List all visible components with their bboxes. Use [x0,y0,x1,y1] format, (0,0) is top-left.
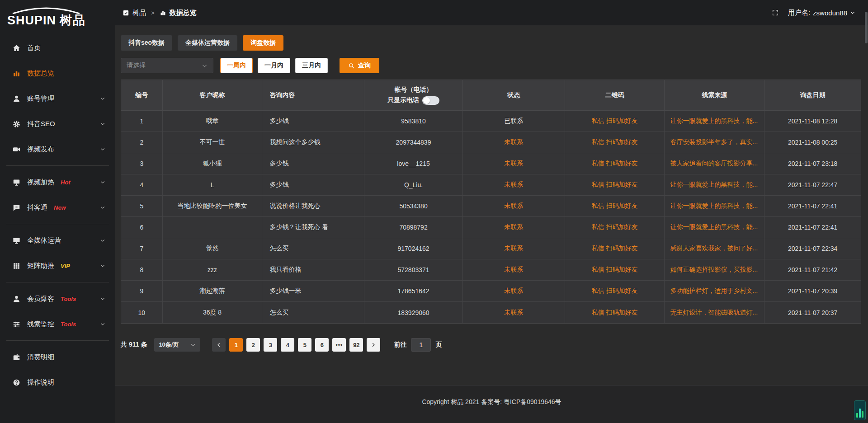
breadcrumb-separator: > [151,9,155,16]
qrcode-link[interactable]: 私信 扫码加好友 [565,238,665,259]
page-button[interactable]: 92 [349,338,363,352]
lead-source-link[interactable]: 如何正确选择投影仪，买投影... [665,259,764,280]
user-icon [12,94,21,103]
tab-1[interactable]: 全媒体运营数据 [178,35,237,51]
sidebar-divider [6,282,109,282]
chevron-down-icon [190,342,196,348]
next-page-button[interactable] [367,338,380,352]
qrcode-link[interactable]: 私信 扫码加好友 [565,111,665,132]
page-button[interactable]: 1 [229,338,243,352]
qrcode-link[interactable]: 私信 扫码加好友 [565,174,665,195]
qrcode-link[interactable]: 私信 扫码加好友 [565,153,665,174]
sidebar-item-lead-monitoring[interactable]: 线索监控Tools [0,311,115,337]
customer-nickname: 36度 8 [163,302,263,323]
chevron-down-icon [850,10,855,15]
page-button[interactable]: 6 [315,338,329,352]
sidebar-item-douketong[interactable]: 抖客通New [0,195,115,220]
phone-toggle-label: 只显示电话 [387,96,419,104]
pagination: 共 911 条 10条/页 123456•••92 前往 页 [121,338,861,352]
sidebar-item-consumption-details[interactable]: 消费明细 [0,344,115,370]
logo-text: SHUPIN树品 [7,12,86,28]
page-button[interactable]: 3 [264,338,277,352]
app-logo[interactable]: SHUPIN树品 [0,0,115,35]
sidebar-item-video-heating[interactable]: 视频加热Hot [0,169,115,195]
sidebar-item-label: 会员爆客 [27,295,54,303]
table-row: 9潮起潮落多少钱一米178651642未联系私信 扫码加好友多功能护栏灯，适用于… [121,281,861,302]
bar-chart-icon [12,69,21,78]
page-size-select[interactable]: 10条/页 [154,338,200,352]
sidebar-item-label: 消费明细 [27,353,54,362]
sidebar-item-omnimedia-operation[interactable]: 全媒体运营 [0,228,115,253]
account-select[interactable]: 请选择 [121,58,213,73]
date-range-button[interactable]: 三月内 [295,58,328,73]
page-button[interactable]: 5 [298,338,311,352]
sidebar-item-label: 账号管理 [27,94,54,103]
data-tabs: 抖音seo数据全媒体运营数据询盘数据 [121,35,861,51]
row-id: 6 [121,217,163,238]
lead-source-link[interactable]: 让你一眼就爱上的黑科技，能... [665,111,764,132]
account-phone: 183929060 [364,302,463,323]
lead-source-link[interactable]: 让你一眼就爱上的黑科技，能... [665,196,764,216]
phone-only-toggle[interactable] [422,96,439,105]
qrcode-link[interactable]: 私信 扫码加好友 [565,196,665,216]
lead-source-link[interactable]: 让你一眼就爱上的黑科技，能... [665,217,764,238]
page-buttons: 123456•••92 [212,338,380,352]
qrcode-link[interactable]: 私信 扫码加好友 [565,302,665,323]
page-button[interactable]: 2 [246,338,260,352]
sidebar-item-matrix-boost[interactable]: 矩阵助推VIP [0,253,115,278]
inquiry-date: 2021-11-08 00:25 [764,132,861,153]
inquiry-content: 我想问这个多少钱 [262,132,364,153]
sidebar-item-douyin-seo[interactable]: 抖音SEO [0,111,115,136]
lead-source-link[interactable]: 让你一眼就爱上的黑科技，能... [665,174,764,195]
date-range-button[interactable]: 一周内 [220,58,253,73]
inquiry-date: 2021-11-07 21:42 [764,259,861,280]
inquiry-date: 2021-11-07 22:47 [764,174,861,195]
sidebar-item-data-overview[interactable]: 数据总览 [0,61,115,86]
customer-nickname: 哦章 [163,111,263,132]
qrcode-link[interactable]: 私信 扫码加好友 [565,259,665,280]
inquiry-content: 说说价格让我死心 [262,196,364,216]
column-header-label: 状态 [507,91,520,99]
lead-source-link[interactable]: 客厅安装投影半年多了，真实... [665,132,764,153]
sidebar-item-home[interactable]: 首页 [0,35,115,61]
lead-source-link[interactable]: 无主灯设计，智能磁吸轨道灯... [665,302,764,323]
inquiry-date: 2021-11-07 20:39 [764,281,861,301]
goto-page: 前往 页 [394,338,442,352]
breadcrumb-root[interactable]: 树品 [132,9,146,17]
lead-source-link[interactable]: 被大家追着问的客厅投影分享... [665,153,764,174]
sidebar-item-video-publish[interactable]: 视频发布 [0,136,115,162]
page-button[interactable]: 4 [281,338,294,352]
sidebar-item-label: 数据总览 [27,69,54,78]
tab-2[interactable]: 询盘数据 [243,35,283,51]
column-header: 二维码 [565,80,665,110]
query-button-label: 查询 [358,61,371,70]
monitor-icon [12,236,21,245]
query-button[interactable]: 查询 [340,58,379,73]
floating-widget[interactable] [854,400,866,420]
column-header: 状态 [463,80,565,110]
select-placeholder: 请选择 [127,61,146,70]
status-text: 未联系 [463,259,565,280]
page-ellipsis-button[interactable]: ••• [332,338,346,352]
customer-nickname: 不可一世 [163,132,263,153]
account-phone: 917024162 [364,238,463,259]
qrcode-link[interactable]: 私信 扫码加好友 [565,217,665,238]
scrollbar-thumb[interactable] [865,12,868,43]
prev-page-button[interactable] [212,338,226,352]
lead-source-link[interactable]: 感谢大家喜欢我家，被问了好... [665,238,764,259]
sidebar-item-member-baoke[interactable]: 会员爆客Tools [0,286,115,311]
qrcode-link[interactable]: 私信 扫码加好友 [565,281,665,301]
inquiry-content: 我只看价格 [262,259,364,280]
user-menu[interactable]: 用户名: zswodun88 [788,9,855,17]
sliders-icon [12,320,21,329]
tab-0[interactable]: 抖音seo数据 [121,35,172,51]
lead-source-link[interactable]: 多功能护栏灯，适用于乡村文... [665,281,764,301]
topbar: 树品 > 数据总览 用户名: zswodun88 [115,0,868,25]
qrcode-link[interactable]: 私信 扫码加好友 [565,132,665,153]
sidebar-nav: 首页数据总览账号管理抖音SEO视频发布视频加热Hot抖客通New全媒体运营矩阵助… [0,35,115,423]
sidebar-item-account-management[interactable]: 账号管理 [0,86,115,111]
fullscreen-icon[interactable] [772,9,779,16]
goto-page-input[interactable] [411,338,431,352]
sidebar-item-operation-guide[interactable]: 操作说明 [0,370,115,395]
date-range-button[interactable]: 一月内 [258,58,290,73]
